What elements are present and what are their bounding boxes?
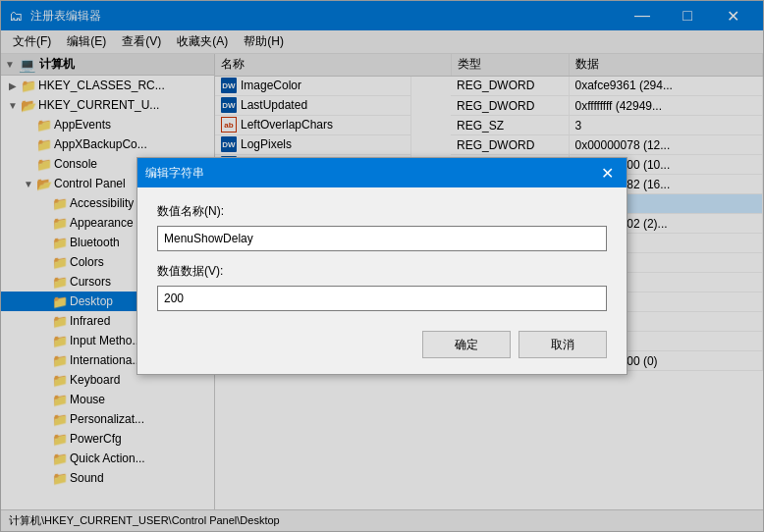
dialog-title-bar: 编辑字符串 ✕	[137, 158, 627, 187]
dialog-spacer	[157, 251, 607, 263]
dialog-title: 编辑字符串	[145, 165, 204, 182]
dialog-close-button[interactable]: ✕	[595, 161, 619, 185]
ok-button[interactable]: 确定	[422, 331, 511, 358]
value-data-label: 数值数据(V):	[157, 263, 607, 280]
dialog-buttons: 确定 取消	[137, 323, 627, 374]
main-window: 🗂 注册表编辑器 — □ ✕ 文件(F) 编辑(E) 查看(V) 收藏夹(A) …	[0, 0, 764, 532]
edit-string-dialog: 编辑字符串 ✕ 数值名称(N): 数值数据(V): 确定 取消	[136, 157, 628, 375]
value-data-input[interactable]	[157, 286, 607, 311]
cancel-button[interactable]: 取消	[518, 331, 607, 358]
modal-overlay: 编辑字符串 ✕ 数值名称(N): 数值数据(V): 确定 取消	[1, 1, 763, 531]
value-name-input[interactable]	[157, 226, 607, 251]
value-name-label: 数值名称(N):	[157, 203, 607, 220]
dialog-body: 数值名称(N): 数值数据(V):	[137, 187, 627, 323]
